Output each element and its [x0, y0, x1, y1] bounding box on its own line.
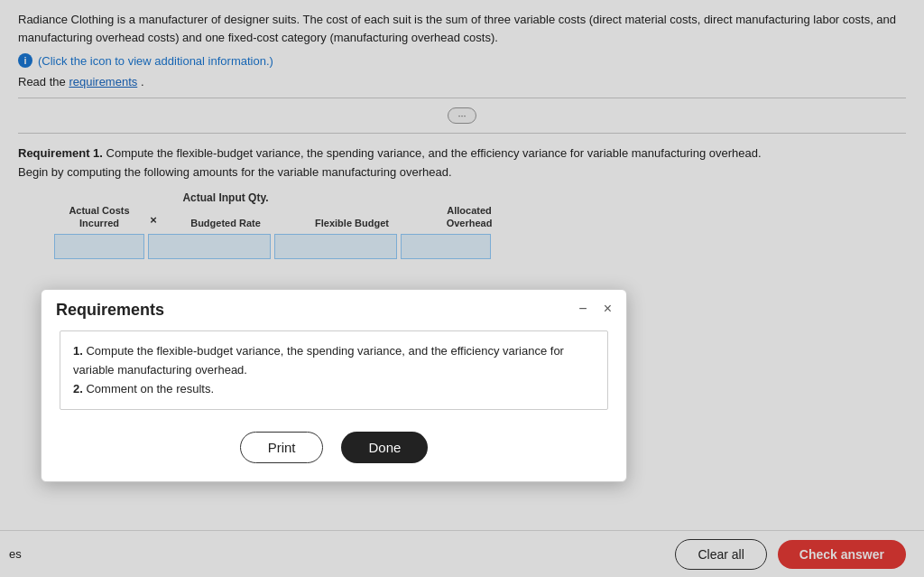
- req-box-item1: 1. Compute the flexible-budget variance,…: [73, 342, 595, 380]
- done-button[interactable]: Done: [341, 432, 428, 463]
- modal-titlebar: Requirements − ×: [42, 290, 626, 323]
- req-box-item2: 2. Comment on the results.: [73, 380, 595, 399]
- req2-text: Comment on the results.: [86, 382, 214, 396]
- req1-text: Compute the flexible-budget variance, th…: [73, 344, 564, 377]
- req-box: 1. Compute the flexible-budget variance,…: [60, 330, 608, 410]
- modal-title: Requirements: [56, 297, 566, 320]
- req2-bold: 2.: [73, 382, 83, 396]
- print-button[interactable]: Print: [240, 432, 324, 463]
- modal-minimize-button[interactable]: −: [575, 300, 590, 318]
- req1-bold: 1.: [73, 344, 83, 358]
- requirements-modal: Requirements − × 1. Compute the flexible…: [41, 289, 627, 482]
- modal-close-button[interactable]: ×: [600, 300, 615, 318]
- modal-buttons: Print Done: [60, 432, 608, 463]
- modal-body: 1. Compute the flexible-budget variance,…: [42, 323, 626, 481]
